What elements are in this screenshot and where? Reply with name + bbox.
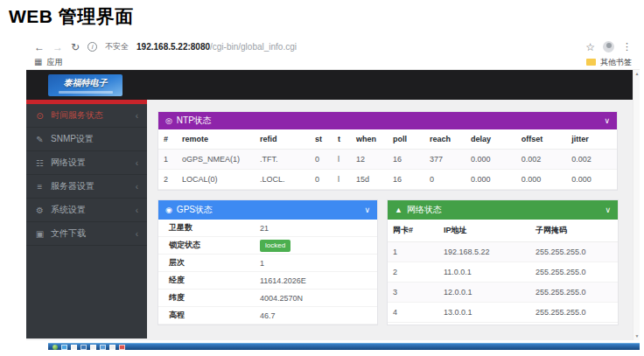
- ntp-panel-title: NTP状态: [177, 115, 212, 127]
- windows-taskbar[interactable]: [48, 343, 640, 350]
- table-cell: 0.002: [566, 150, 617, 170]
- field-label: 层次: [169, 257, 260, 269]
- other-bookmarks[interactable]: 其他书签: [586, 57, 632, 68]
- top-navbar: 泰福特电子: [26, 70, 633, 100]
- gps-status-panel: ◉ GPS状态 ∨ 卫星数 21 锁定状态 locked 层次 1: [158, 199, 378, 325]
- chevron-down-icon[interactable]: ∨: [364, 206, 370, 214]
- folder-icon: [586, 59, 596, 66]
- table-cell: 255.255.255.0: [530, 283, 618, 303]
- ntp-table-row: 2 LOCAL(0) .LOCL. 0 l 15d 16 0 0.000 0.0…: [158, 170, 617, 190]
- browser-toolbar: ← → ↻ i 不安全 192.168.5.22:8080/cgi-bin/gl…: [26, 38, 640, 55]
- sidebar-item-system-settings[interactable]: ⚙ 系统设置 ‹: [26, 199, 147, 222]
- table-cell: 0.000: [466, 170, 516, 190]
- field-value: 1: [260, 259, 264, 268]
- network-panel-header[interactable]: ▲ 网络状态 ∨: [388, 200, 618, 220]
- table-cell: .LOCL.: [255, 170, 310, 190]
- main-content: ◎ NTP状态 ∨ # remote refid st t when poll: [147, 100, 633, 340]
- profile-avatar[interactable]: [603, 41, 614, 52]
- sidebar-item-file-download[interactable]: ▣ 文件下载 ‹: [26, 222, 147, 246]
- gps-panel-title: GPS状态: [177, 204, 213, 216]
- sidebar-item-time-service-status[interactable]: ⊙ 时间服务状态 ‹: [26, 104, 147, 128]
- ntp-col-header: st: [310, 129, 332, 150]
- apps-grid-icon[interactable]: ▦: [34, 58, 42, 66]
- sidebar-item-label: 时间服务状态: [51, 109, 130, 122]
- ntp-col-header: remote: [177, 129, 255, 150]
- site-info-icon[interactable]: i: [88, 42, 97, 52]
- chevron-down-icon[interactable]: ∨: [604, 116, 610, 125]
- network-table: 网卡# IP地址 子网掩码 1 192.168.5.22 255.255.255…: [388, 220, 618, 323]
- browser-window: ← → ↻ i 不安全 192.168.5.22:8080/cgi-bin/gl…: [26, 38, 640, 342]
- page-title: WEB 管理界面: [9, 4, 134, 29]
- field-value: 4004.2570N: [260, 294, 303, 303]
- sidebar-item-label: SNMP设置: [51, 133, 132, 145]
- network-table-header-row: 网卡# IP地址 子网掩码: [388, 220, 618, 242]
- address-bar[interactable]: 192.168.5.22:8080/cgi-bin/global_info.cg…: [136, 42, 297, 52]
- taskbar-icon[interactable]: [61, 345, 67, 350]
- network-status-icon: ▲: [395, 206, 402, 214]
- logo-subtext-bar: [59, 91, 113, 94]
- table-cell: 377: [424, 150, 466, 170]
- table-cell: 13.0.0.1: [438, 303, 530, 323]
- ntp-col-header: refid: [255, 129, 310, 150]
- ntp-col-header: t: [332, 129, 351, 150]
- network-col-header: IP地址: [438, 220, 530, 242]
- chevron-left-icon: ‹: [136, 158, 138, 168]
- chevron-left-icon: ‹: [136, 111, 138, 121]
- ntp-col-header: poll: [388, 129, 424, 150]
- security-label[interactable]: 不安全: [105, 41, 129, 52]
- field-label: 纬度: [169, 292, 260, 304]
- table-cell: 16: [388, 150, 424, 170]
- forward-icon[interactable]: →: [52, 42, 63, 52]
- table-cell: 0.000: [466, 150, 516, 170]
- ntp-table-row: 1 oGPS_NMEA(1) .TFT. 0 l 12 16 377 0.000…: [158, 150, 617, 170]
- table-cell: 16: [388, 170, 424, 190]
- sidebar-item-network-settings[interactable]: ☷ 网络设置 ‹: [26, 151, 147, 175]
- company-logo[interactable]: 泰福特电子: [48, 74, 122, 96]
- locked-status-badge: locked: [260, 240, 290, 252]
- page-scrollbar[interactable]: ▲ ▼: [633, 70, 640, 340]
- table-cell: 11.0.0.1: [438, 262, 530, 283]
- sidebar-item-server-settings[interactable]: ≡ 服务器设置 ‹: [26, 175, 147, 199]
- table-cell: 0.000: [566, 170, 617, 190]
- gps-panel-header[interactable]: ◉ GPS状态 ∨: [158, 200, 377, 220]
- ntp-status-panel: ◎ NTP状态 ∨ # remote refid st t when poll: [158, 111, 618, 191]
- table-cell: 0: [424, 170, 466, 190]
- network-table-row: 2 11.0.0.1 255.255.255.0: [388, 262, 618, 283]
- ntp-icon: ◎: [165, 116, 172, 125]
- network-table-row: 4 13.0.0.1 255.255.255.0: [388, 303, 618, 323]
- field-value: 46.7: [260, 311, 276, 320]
- logo-text: 泰福特电子: [64, 77, 108, 89]
- browser-menu-icon[interactable]: ⋮: [622, 41, 632, 52]
- bookmark-star-icon[interactable]: ☆: [585, 41, 595, 53]
- table-cell: oGPS_NMEA(1): [177, 150, 255, 170]
- table-cell: 12.0.0.1: [438, 283, 530, 303]
- server-icon: ≡: [35, 182, 45, 192]
- reload-icon[interactable]: ↻: [71, 42, 80, 52]
- ntp-panel-header[interactable]: ◎ NTP状态 ∨: [158, 112, 617, 129]
- table-cell: 255.255.255.0: [530, 262, 618, 283]
- chevron-down-icon[interactable]: ∨: [605, 206, 611, 214]
- url-host: 192.168.5.22:8080: [136, 42, 210, 52]
- taskbar-icon[interactable]: [109, 345, 116, 350]
- table-cell: 2: [158, 170, 177, 190]
- scroll-up-icon[interactable]: ▲: [634, 70, 640, 78]
- taskbar-icon[interactable]: [80, 345, 87, 350]
- apps-label[interactable]: 应用: [46, 57, 62, 68]
- gps-field-row: 高程 46.7: [158, 307, 377, 325]
- sidebar-item-label: 系统设置: [51, 204, 130, 216]
- taskbar-icon[interactable]: [71, 345, 77, 350]
- taskbar-icon[interactable]: [100, 345, 106, 350]
- ntp-table-header-row: # remote refid st t when poll reach dela…: [158, 129, 617, 150]
- sidebar-item-snmp-settings[interactable]: ✎ SNMP设置: [26, 128, 147, 151]
- table-cell: l: [332, 170, 351, 190]
- ntp-col-header: jitter: [566, 129, 617, 150]
- table-cell: 255.255.255.0: [530, 303, 618, 323]
- taskbar-icon[interactable]: [90, 345, 96, 350]
- field-label: 锁定状态: [169, 240, 260, 251]
- chevron-left-icon: ‹: [136, 182, 138, 192]
- back-icon[interactable]: ←: [34, 42, 45, 52]
- start-button-icon[interactable]: [52, 345, 58, 350]
- scroll-down-icon[interactable]: ▼: [634, 332, 640, 340]
- taskbar-icon[interactable]: [119, 345, 125, 350]
- url-path: /cgi-bin/global_info.cgi: [210, 42, 297, 52]
